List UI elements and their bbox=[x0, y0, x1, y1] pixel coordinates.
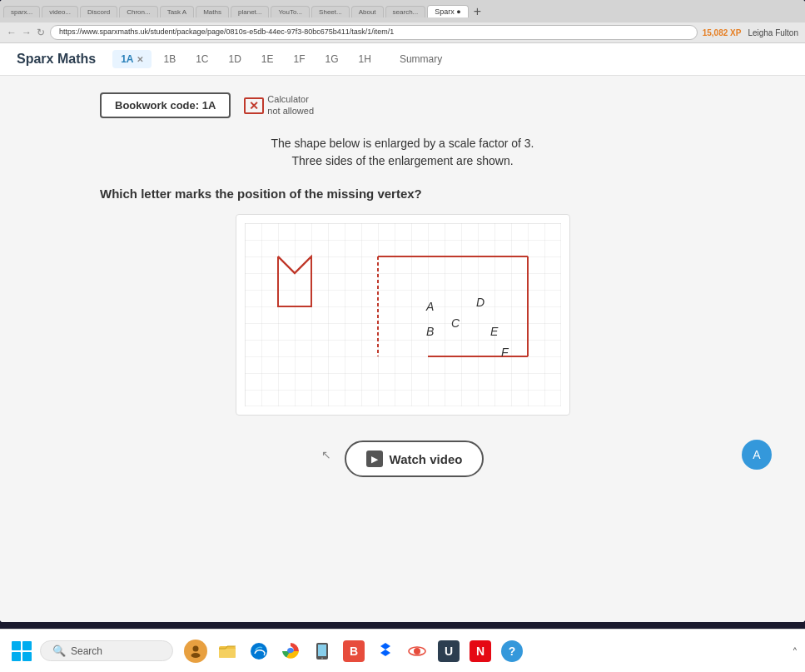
tab-summary[interactable]: Summary bbox=[391, 50, 450, 68]
bookwork-header: Bookwork code: 1A ✕ Calculator not allow… bbox=[100, 92, 314, 118]
win-square-1 bbox=[12, 641, 21, 650]
label-a: A bbox=[425, 300, 434, 313]
tablet-icon bbox=[312, 641, 332, 661]
taskbar-file-app[interactable] bbox=[213, 637, 241, 665]
search-icon: 🔍 bbox=[52, 645, 66, 657]
windows-icon bbox=[12, 641, 32, 661]
label-f: F bbox=[501, 346, 509, 359]
xp-badge: 15,082 XP bbox=[703, 28, 742, 37]
taskbar-help-app[interactable]: ? bbox=[498, 637, 526, 665]
refresh-button[interactable]: ↻ bbox=[37, 27, 45, 38]
b-app-icon: B bbox=[343, 640, 365, 662]
watch-video-label: Watch video bbox=[390, 452, 463, 466]
label-d: D bbox=[476, 296, 484, 309]
tab-1b[interactable]: 1B bbox=[155, 50, 184, 68]
app-content: Sparx Maths 1A ✕ 1B 1C 1D 1E 1F 1G 1H Su… bbox=[0, 43, 805, 622]
svg-point-15 bbox=[414, 648, 420, 655]
tab-chron[interactable]: Chron... bbox=[119, 6, 157, 17]
browser-chrome: sparx... video... Discord Chron... Task … bbox=[0, 0, 805, 43]
forward-button[interactable]: → bbox=[22, 27, 32, 38]
tab-task[interactable]: Task A bbox=[160, 6, 195, 17]
tab-about[interactable]: About bbox=[351, 6, 384, 17]
browser-tabs: sparx... video... Discord Chron... Task … bbox=[0, 0, 805, 22]
taskbar-avatar-app[interactable] bbox=[181, 637, 210, 665]
next-arrow-button[interactable]: A bbox=[742, 440, 772, 470]
browser-address-bar: ← → ↻ https://www.sparxmaths.uk/student/… bbox=[0, 22, 805, 42]
tab-1g[interactable]: 1G bbox=[317, 50, 347, 68]
cursor-icon: ↖ bbox=[321, 448, 331, 461]
tab-1d[interactable]: 1D bbox=[221, 50, 250, 68]
tab-sparx-active[interactable]: Sparx ● bbox=[427, 5, 468, 17]
question-area: Bookwork code: 1A ✕ Calculator not allow… bbox=[0, 76, 805, 622]
diagram-container: A D C B E F bbox=[236, 214, 570, 416]
svg-point-14 bbox=[321, 657, 323, 659]
svg-point-9 bbox=[251, 643, 267, 660]
new-tab-button[interactable]: + bbox=[474, 4, 481, 19]
tab-maths[interactable]: Maths bbox=[196, 6, 229, 17]
svg-rect-13 bbox=[318, 645, 326, 656]
sparx-logo: Sparx Maths bbox=[17, 52, 96, 67]
label-b: B bbox=[426, 325, 434, 338]
svg-rect-0 bbox=[245, 223, 561, 406]
tab-1f[interactable]: 1F bbox=[286, 50, 314, 68]
orbit-icon bbox=[407, 641, 427, 661]
start-button[interactable] bbox=[8, 638, 35, 665]
video-play-icon: ▶ bbox=[366, 450, 383, 467]
tab-1a[interactable]: 1A ✕ bbox=[112, 50, 152, 68]
question-line2: Three sides of the enlargement are shown… bbox=[271, 152, 534, 170]
tab-sheet[interactable]: Sheet... bbox=[311, 6, 350, 17]
svg-point-6 bbox=[191, 653, 201, 658]
tab-sparx[interactable]: sparx... bbox=[3, 6, 40, 17]
diagram-svg: A D C B E F bbox=[245, 223, 561, 406]
taskbar-b-app[interactable]: B bbox=[340, 637, 368, 665]
tab-discord[interactable]: Discord bbox=[80, 6, 117, 17]
label-c: C bbox=[451, 316, 460, 330]
tab-1e[interactable]: 1E bbox=[253, 50, 282, 68]
tab-search[interactable]: search... bbox=[385, 6, 426, 17]
taskbar-u-app[interactable]: U bbox=[435, 637, 463, 665]
taskbar-apps: B U N ? bbox=[181, 637, 526, 665]
search-bar[interactable]: 🔍 Search bbox=[40, 640, 173, 661]
tab-1a-label: 1A bbox=[121, 53, 133, 65]
question-line1: The shape below is enlarged by a scale f… bbox=[271, 135, 534, 152]
watch-video-button[interactable]: ▶ Watch video bbox=[345, 441, 484, 477]
calculator-status: not allowed bbox=[267, 106, 314, 117]
user-name: Leigha Fulton bbox=[748, 28, 798, 37]
help-icon: ? bbox=[501, 640, 523, 662]
calc-x-icon: ✕ bbox=[249, 99, 259, 112]
search-label: Search bbox=[71, 645, 102, 657]
tab-planet[interactable]: planet... bbox=[231, 6, 269, 17]
taskbar-edge-app[interactable] bbox=[245, 637, 273, 665]
calculator-label: Calculator bbox=[267, 94, 314, 105]
win-square-2 bbox=[22, 641, 32, 650]
taskbar-orbit-app[interactable] bbox=[403, 637, 431, 665]
tab-video[interactable]: video... bbox=[42, 6, 78, 17]
svg-point-5 bbox=[193, 645, 199, 651]
bookwork-badge: Bookwork code: 1A bbox=[100, 92, 231, 118]
nav-tabs: 1A ✕ 1B 1C 1D 1E 1F 1G 1H Summary bbox=[112, 50, 450, 68]
edge-icon bbox=[249, 641, 269, 661]
question-text: The shape below is enlarged by a scale f… bbox=[271, 135, 534, 170]
tab-1h[interactable]: 1H bbox=[350, 50, 380, 68]
taskbar-dropbox-app[interactable] bbox=[371, 637, 400, 665]
folder-icon bbox=[217, 641, 237, 661]
netflix-icon: N bbox=[470, 640, 491, 662]
tab-youtube[interactable]: YouTo... bbox=[271, 6, 310, 17]
taskbar-right: ^ bbox=[793, 646, 797, 656]
taskbar-tablet-app[interactable] bbox=[308, 637, 336, 665]
tab-1a-close[interactable]: ✕ bbox=[137, 55, 143, 64]
taskbar-time: ^ bbox=[793, 646, 797, 656]
chrome-icon bbox=[281, 641, 301, 661]
address-bar[interactable]: https://www.sparxmaths.uk/student/packag… bbox=[50, 25, 698, 40]
avatar-icon bbox=[184, 640, 207, 663]
calculator-icon: ✕ bbox=[244, 97, 264, 114]
calculator-info: ✕ Calculator not allowed bbox=[244, 94, 314, 116]
taskbar-chrome-app[interactable] bbox=[276, 637, 305, 665]
taskbar: 🔍 Search B bbox=[0, 629, 805, 672]
question-prompt: Which letter marks the position of the m… bbox=[100, 187, 422, 201]
back-button[interactable]: ← bbox=[7, 27, 17, 38]
u-app-icon: U bbox=[438, 640, 460, 662]
taskbar-netflix-app[interactable]: N bbox=[466, 637, 494, 665]
tab-1c[interactable]: 1C bbox=[187, 50, 216, 68]
win-square-3 bbox=[12, 652, 21, 661]
